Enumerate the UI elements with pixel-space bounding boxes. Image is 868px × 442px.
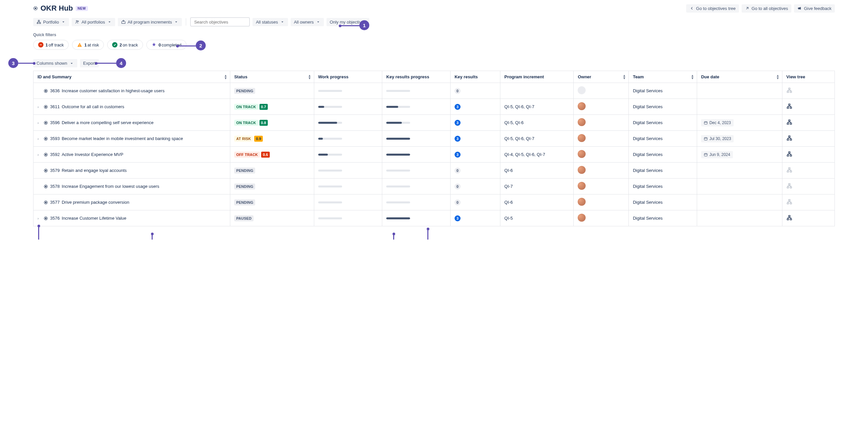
table-row[interactable]: 3578Increase Engagement from our lowest … — [33, 179, 835, 194]
expand-toggle[interactable]: › — [37, 153, 41, 157]
objective-icon — [43, 168, 48, 173]
all-portfolios-filter-button[interactable]: All portfolios — [72, 18, 115, 26]
view-tree-icon[interactable] — [786, 137, 792, 142]
all-owners-filter-button[interactable]: All owners — [291, 18, 324, 26]
expand-toggle[interactable]: › — [37, 105, 41, 109]
team-name: Digital Services — [633, 200, 662, 205]
view-tree-icon[interactable] — [786, 153, 792, 158]
hierarchy-icon — [36, 20, 41, 24]
portfolio-filter-button[interactable]: Portfolio — [33, 18, 69, 26]
columns-shown-button[interactable]: Columns shown — [33, 59, 77, 67]
all-statuses-filter-button[interactable]: All statuses — [252, 18, 288, 26]
svg-rect-19 — [787, 107, 789, 108]
status-badge: PENDING — [234, 167, 255, 173]
owner-avatar[interactable] — [578, 198, 586, 206]
key-results-count[interactable]: 0 — [455, 184, 461, 189]
expand-toggle[interactable]: › — [37, 137, 41, 141]
owner-avatar[interactable] — [578, 150, 586, 158]
col-team[interactable]: Team▲▼ — [629, 71, 697, 83]
annotation-1: 1 — [359, 20, 369, 30]
owner-avatar[interactable] — [578, 102, 586, 110]
svg-rect-25 — [787, 123, 789, 124]
objective-icon — [43, 89, 48, 93]
col-owner[interactable]: Owner▲▼ — [574, 71, 629, 83]
col-status[interactable]: Status▲▼ — [230, 71, 314, 83]
svg-rect-43 — [790, 171, 792, 172]
quickfilter-on-track[interactable]: 2on track — [107, 40, 143, 50]
annotation-3: 3 — [8, 58, 18, 68]
sort-icon: ▲▼ — [224, 74, 227, 80]
program-increment-value: QI-4, QI-5, QI-6, QI-7 — [504, 152, 545, 157]
kr-progress-bar — [386, 169, 410, 171]
col-id-summary[interactable]: ID and Summary▲▼ — [33, 71, 230, 83]
owner-avatar[interactable] — [578, 214, 586, 222]
all-increments-label: All program increments — [128, 20, 172, 25]
svg-rect-31 — [787, 139, 789, 140]
search-box[interactable] — [190, 17, 250, 27]
work-progress-bar — [318, 90, 342, 92]
key-results-count[interactable]: 0 — [455, 167, 461, 173]
quickfilter-off-track[interactable]: 1off track — [33, 40, 69, 50]
objective-icon — [43, 104, 48, 109]
owner-avatar[interactable] — [578, 118, 586, 126]
owner-avatar[interactable] — [578, 182, 586, 190]
table-row[interactable]: ›3576Increase Customer Lifetime ValuePAU… — [33, 210, 835, 226]
table-row[interactable]: ›3593Become market leader in mobile inve… — [33, 131, 835, 147]
tree-icon-svg — [786, 151, 792, 157]
key-results-count[interactable]: 3 — [455, 215, 461, 221]
header-actions: Go to objectives tree Go to all objectiv… — [686, 4, 835, 12]
new-badge: NEW — [76, 6, 88, 11]
team-name: Digital Services — [633, 136, 662, 141]
objective-id: 3596 — [50, 120, 60, 125]
page-title: OKR Hub — [40, 4, 73, 12]
key-results-count[interactable]: 0 — [455, 88, 461, 94]
key-results-count[interactable]: 3 — [455, 136, 461, 142]
go-to-tree-button[interactable]: Go to objectives tree — [686, 4, 739, 12]
feedback-button[interactable]: Give feedback — [794, 4, 835, 12]
status-badge: ON TRACK — [234, 120, 258, 126]
table-controls: Columns shown Export — [33, 59, 835, 67]
table-row[interactable]: 3577Drive premium package conversionPEND… — [33, 194, 835, 210]
search-input[interactable] — [193, 19, 250, 25]
table-row[interactable]: 3636Increase customer satisfaction in hi… — [33, 83, 835, 99]
table-header-row: ID and Summary▲▼ Status▲▼ Work progress … — [33, 71, 835, 83]
table-row[interactable]: ›3596Deliver a more compelling self serv… — [33, 115, 835, 131]
feedback-label: Give feedback — [804, 6, 832, 11]
owner-avatar[interactable] — [578, 134, 586, 142]
go-to-all-button[interactable]: Go to all objectives — [742, 4, 792, 12]
svg-point-45 — [45, 186, 46, 187]
on-track-count: 2 — [119, 42, 122, 48]
key-results-count[interactable]: 3 — [455, 120, 461, 126]
all-increments-filter-button[interactable]: All program increments — [118, 18, 182, 26]
key-results-count[interactable]: 3 — [455, 104, 461, 110]
quickfilter-at-risk[interactable]: 1at risk — [72, 40, 104, 50]
work-progress-bar — [318, 138, 342, 140]
table-row[interactable]: ›3611Outcome for all call in customersON… — [33, 99, 835, 115]
owner-avatar[interactable] — [578, 166, 586, 174]
svg-rect-23 — [704, 122, 707, 124]
status-badge: OFF TRACK — [234, 152, 260, 158]
owner-avatar[interactable] — [578, 86, 586, 94]
view-tree-icon[interactable] — [786, 105, 792, 110]
kr-progress-bar — [386, 122, 410, 124]
quickfilter-completed[interactable]: 0completed — [146, 40, 186, 50]
view-tree-icon[interactable] — [786, 121, 792, 126]
objective-id: 3636 — [50, 88, 60, 93]
team-name: Digital Services — [633, 152, 662, 157]
col-due-date[interactable]: Due date▲▼ — [697, 71, 782, 83]
chevron-down-icon — [107, 20, 112, 24]
svg-rect-20 — [790, 107, 792, 108]
team-name: Digital Services — [633, 104, 662, 109]
key-results-count[interactable]: 0 — [455, 199, 461, 206]
team-name: Digital Services — [633, 120, 662, 125]
annotation-2: 2 — [196, 40, 206, 51]
all-portfolios-label: All portfolios — [82, 20, 105, 25]
status-score: 0.9 — [254, 136, 262, 142]
table-row[interactable]: 3579Retain and engage loyal accountsPEND… — [33, 163, 835, 179]
expand-toggle[interactable]: › — [37, 216, 41, 220]
key-results-count[interactable]: 3 — [455, 152, 461, 158]
view-tree-icon[interactable] — [786, 217, 792, 222]
svg-point-7 — [123, 21, 124, 22]
table-row[interactable]: ›3592Active Investor Experience MVPOFF T… — [33, 147, 835, 163]
expand-toggle[interactable]: › — [37, 121, 41, 125]
